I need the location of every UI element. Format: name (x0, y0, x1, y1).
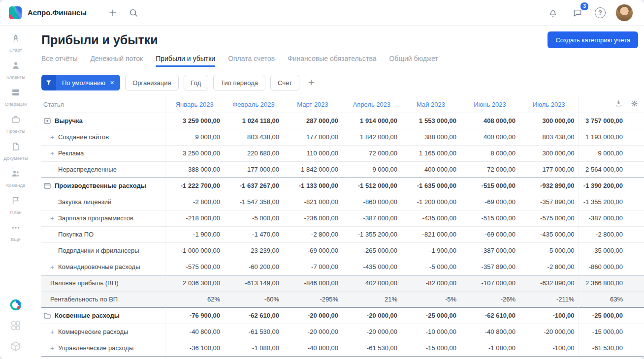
row-label[interactable]: Выручка (41, 113, 165, 129)
create-category-button[interactable]: Создать категорию учета (547, 31, 638, 48)
notifications-button[interactable] (546, 5, 560, 20)
cell-value: 2 036 300,00 (165, 275, 224, 291)
tab-liabilities[interactable]: Финансовые обязательства (288, 55, 376, 67)
income-section-icon (43, 117, 51, 125)
cell-value: -10 000,00 (401, 324, 460, 340)
expand-plus-icon[interactable]: + (50, 264, 58, 270)
cell-value: -1 080,00 (460, 340, 519, 356)
sidebar-item-projects[interactable]: Проекты (0, 111, 32, 138)
article-label: Зарплата программистов (58, 214, 133, 222)
column-header-month: Июнь 2023 (460, 96, 519, 113)
row-label[interactable]: Рентабельность по ВП (41, 291, 165, 307)
cell-value: 1 024 118,00 (224, 113, 283, 129)
tab-budget[interactable]: Общий бюджет (389, 55, 438, 67)
user-avatar[interactable] (615, 4, 633, 22)
table-body: Выручка3 259 000,001 024 118,00287 000,0… (41, 113, 644, 356)
filter-chip-period-type[interactable]: Тип периода (213, 75, 265, 90)
download-icon[interactable] (614, 99, 623, 109)
row-label[interactable]: Косвенные расходы (41, 307, 165, 324)
filter-chip-account[interactable]: Счет (270, 75, 299, 90)
cell-value: -76 900,00 (165, 307, 224, 324)
sidebar-item-label: Команда (6, 182, 26, 188)
row-label[interactable]: +Создание сайтов (41, 129, 165, 145)
tab-all-reports[interactable]: Все отчёты (41, 55, 77, 67)
sidebar-item-team[interactable]: Команда (0, 165, 32, 192)
cell-value: -1 512 000,00 (342, 178, 401, 194)
table-row: Валовая прибыль (ВП)2 036 300,00-613 149… (41, 275, 644, 291)
expand-plus-icon[interactable]: + (50, 215, 58, 222)
gear-icon[interactable] (630, 99, 639, 109)
row-label[interactable]: +Зарплата программистов (41, 210, 165, 226)
cell-value: -23 239,00 (224, 242, 283, 259)
cell-value: -5 000,00 (224, 210, 283, 226)
article-label: Реклама (58, 150, 84, 157)
sidebar-item-clients[interactable]: Клиенты (0, 57, 32, 84)
cell-value: 8 000,00 (460, 145, 519, 161)
filter-chip-year[interactable]: Год (184, 75, 209, 90)
row-label[interactable]: Закупка лицензий (41, 194, 165, 210)
add-filter-button[interactable]: + (306, 77, 317, 88)
column-header-month: Май 2023 (401, 96, 460, 113)
cube-icon[interactable] (10, 340, 22, 352)
tab-invoices[interactable]: Оплата счетов (228, 55, 275, 67)
table-row: Покупка ПО-1 900,00-1 470,00-2 800,00-1 … (41, 226, 644, 242)
filter-chip-organization[interactable]: Организация (125, 75, 178, 90)
create-plus-button[interactable] (105, 5, 120, 20)
row-label[interactable]: +Командировочные расходы (41, 259, 165, 275)
cell-value: 177 000,00 (224, 161, 283, 178)
cell-value: 63% (579, 291, 644, 307)
sidebar-item-documents[interactable]: Документы (0, 138, 32, 165)
app-title: Аспро.Финансы (28, 8, 87, 17)
row-label[interactable]: Нераспределенные (41, 161, 165, 178)
row-label[interactable]: Покупка ПО (41, 226, 165, 242)
row-label[interactable]: Производственные расходы (41, 178, 165, 194)
cell-value: 803 438,00 (519, 129, 579, 145)
search-button[interactable] (126, 5, 141, 20)
cell-value: -69 000,00 (460, 226, 519, 242)
plan-icon (11, 196, 21, 208)
cell-value: 1 842 000,00 (283, 161, 342, 178)
cell-value: -60 200,00 (224, 259, 283, 275)
sidebar-item-start[interactable]: Старт (0, 30, 32, 57)
column-header-month: Март 2023 (283, 96, 342, 113)
filter-chip-default[interactable]: По умолчанию ✕ (41, 75, 120, 90)
expand-plus-icon[interactable]: + (50, 150, 58, 157)
cell-value: 400 000,00 (460, 129, 519, 145)
cell-value: -236 000,00 (283, 210, 342, 226)
row-label[interactable]: Подрядчики и фрилансеры (41, 242, 165, 259)
row-label[interactable]: +Управленческие расходы (41, 340, 165, 356)
sidebar-item-plan[interactable]: План (0, 192, 32, 219)
article-label: Управленческие расходы (58, 344, 133, 352)
sidebar-item-operations[interactable]: Операции (0, 84, 32, 111)
expand-plus-icon[interactable]: + (50, 345, 58, 352)
row-label[interactable]: Валовая прибыль (ВП) (41, 275, 165, 291)
cell-value: -2 800,00 (283, 226, 342, 242)
cell-value: -20 000,00 (283, 307, 342, 324)
tab-cash-flow[interactable]: Денежный поток (90, 55, 143, 67)
cell-value: -846 000,00 (283, 275, 342, 291)
cell-value: -387 000,00 (342, 210, 401, 226)
report-tabs: Все отчётыДенежный потокПрибыли и убытки… (41, 55, 644, 67)
cell-value: -107 000,00 (460, 275, 519, 291)
cell-value: 9 000,00 (165, 129, 224, 145)
app-window: Аспро.Финансы (0, 0, 644, 359)
sidebar-item-more[interactable]: Ещё (0, 219, 32, 246)
row-label[interactable]: +Реклама (41, 145, 165, 161)
table-row: Выручка3 259 000,001 024 118,00287 000,0… (41, 113, 644, 129)
expand-plus-icon[interactable]: + (50, 329, 58, 335)
cell-value: -61 530,00 (579, 340, 644, 356)
tab-profit-loss[interactable]: Прибыли и убытки (156, 55, 215, 67)
cell-value: -821 000,00 (283, 194, 342, 210)
cell-value: -40 800,00 (165, 324, 224, 340)
cell-value: 220 680,00 (224, 145, 283, 161)
column-header-month: Апрель 2023 (342, 96, 401, 113)
aspro-logo-small[interactable] (10, 299, 22, 311)
sidebar-item-label: Документы (4, 155, 28, 161)
help-button[interactable]: ? (595, 7, 606, 18)
expand-plus-icon[interactable]: + (50, 134, 58, 141)
row-label[interactable]: +Коммерческие расходы (41, 324, 165, 340)
puzzle-icon[interactable] (10, 320, 22, 331)
cell-value: 300 000,00 (519, 145, 579, 161)
filter-close-icon[interactable]: ✕ (110, 80, 114, 86)
filter-chip-label: По умолчанию (62, 79, 105, 87)
